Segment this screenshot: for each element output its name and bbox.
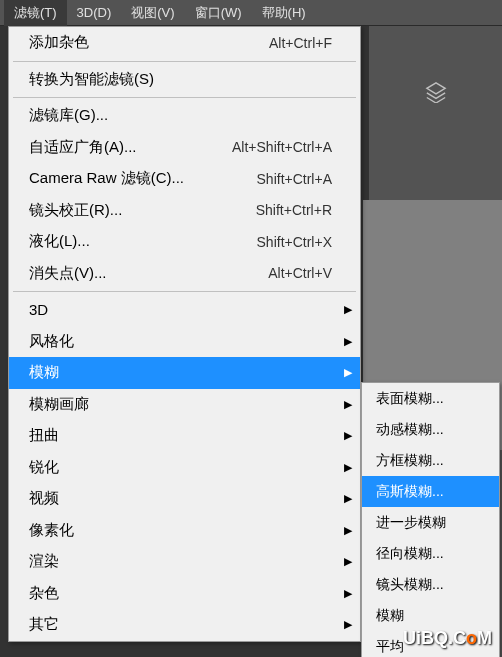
submenu-arrow-icon: ▶: [344, 618, 352, 631]
submenu-item-label: 动感模糊...: [376, 421, 444, 439]
menu-item[interactable]: 模糊▶: [9, 357, 360, 389]
menu-item-shortcut: Shift+Ctrl+R: [256, 202, 332, 218]
menu-item-label: 风格化: [29, 332, 74, 351]
submenu-item-label: 模糊: [376, 607, 404, 625]
svg-marker-0: [427, 83, 445, 94]
menu-item-label: 扭曲: [29, 426, 59, 445]
submenu-arrow-icon: ▶: [344, 492, 352, 505]
menu-item-label: 消失点(V)...: [29, 264, 107, 283]
menu-item[interactable]: 转换为智能滤镜(S): [9, 64, 360, 96]
menubar-item[interactable]: 视图(V): [121, 0, 184, 26]
submenu-item[interactable]: 进一步模糊: [362, 507, 499, 538]
menu-item[interactable]: 像素化▶: [9, 515, 360, 547]
menu-item[interactable]: Camera Raw 滤镜(C)...Shift+Ctrl+A: [9, 163, 360, 195]
menu-item-label: 镜头校正(R)...: [29, 201, 122, 220]
submenu-item-label: 方框模糊...: [376, 452, 444, 470]
menu-item[interactable]: 扭曲▶: [9, 420, 360, 452]
menu-item-label: 渲染: [29, 552, 59, 571]
submenu-arrow-icon: ▶: [344, 587, 352, 600]
submenu-item[interactable]: 镜头模糊...: [362, 569, 499, 600]
menu-item[interactable]: 液化(L)...Shift+Ctrl+X: [9, 226, 360, 258]
menu-item-label: Camera Raw 滤镜(C)...: [29, 169, 184, 188]
submenu-arrow-icon: ▶: [344, 335, 352, 348]
menu-item-label: 自适应广角(A)...: [29, 138, 137, 157]
submenu-arrow-icon: ▶: [344, 366, 352, 379]
submenu-item[interactable]: 高斯模糊...: [362, 476, 499, 507]
submenu-item[interactable]: 径向模糊...: [362, 538, 499, 569]
menu-item-label: 添加杂色: [29, 33, 89, 52]
menu-item[interactable]: 其它▶: [9, 609, 360, 641]
layers-icon[interactable]: [425, 81, 447, 107]
menu-item-shortcut: Alt+Shift+Ctrl+A: [232, 139, 332, 155]
menu-item-label: 锐化: [29, 458, 59, 477]
submenu-item[interactable]: 动感模糊...: [362, 414, 499, 445]
menu-item[interactable]: 风格化▶: [9, 326, 360, 358]
menu-separator: [13, 291, 356, 292]
watermark: UiBQ.CoM: [403, 628, 492, 649]
menu-item[interactable]: 3D▶: [9, 294, 360, 326]
menu-item[interactable]: 模糊画廊▶: [9, 389, 360, 421]
menu-separator: [13, 61, 356, 62]
menu-item-label: 其它: [29, 615, 59, 634]
menu-item[interactable]: 添加杂色Alt+Ctrl+F: [9, 27, 360, 59]
menu-item[interactable]: 渲染▶: [9, 546, 360, 578]
menu-item-shortcut: Shift+Ctrl+X: [257, 234, 332, 250]
filter-menu-dropdown: 添加杂色Alt+Ctrl+F转换为智能滤镜(S)滤镜库(G)...自适应广角(A…: [8, 26, 361, 642]
menu-item-label: 3D: [29, 301, 48, 318]
menu-item[interactable]: 镜头校正(R)...Shift+Ctrl+R: [9, 195, 360, 227]
menubar-item[interactable]: 窗口(W): [185, 0, 252, 26]
menu-item[interactable]: 滤镜库(G)...: [9, 100, 360, 132]
submenu-arrow-icon: ▶: [344, 429, 352, 442]
submenu-item-label: 镜头模糊...: [376, 576, 444, 594]
submenu-arrow-icon: ▶: [344, 303, 352, 316]
menubar-item[interactable]: 3D(D): [67, 1, 122, 24]
submenu-item-label: 高斯模糊...: [376, 483, 444, 501]
submenu-arrow-icon: ▶: [344, 524, 352, 537]
blur-submenu: 表面模糊...动感模糊...方框模糊...高斯模糊...进一步模糊径向模糊...…: [361, 382, 500, 657]
menu-item-label: 液化(L)...: [29, 232, 90, 251]
submenu-item[interactable]: 方框模糊...: [362, 445, 499, 476]
menu-item-shortcut: Alt+Ctrl+V: [268, 265, 332, 281]
menu-item-label: 模糊: [29, 363, 59, 382]
menu-item-shortcut: Shift+Ctrl+A: [257, 171, 332, 187]
submenu-item[interactable]: 模糊: [362, 600, 499, 631]
menu-item-shortcut: Alt+Ctrl+F: [269, 35, 332, 51]
menu-item[interactable]: 自适应广角(A)...Alt+Shift+Ctrl+A: [9, 132, 360, 164]
menubar-item[interactable]: 帮助(H): [252, 0, 316, 26]
menu-separator: [13, 97, 356, 98]
submenu-item-label: 径向模糊...: [376, 545, 444, 563]
menu-item-label: 转换为智能滤镜(S): [29, 70, 154, 89]
menubar: 滤镜(T)3D(D)视图(V)窗口(W)帮助(H): [0, 0, 502, 26]
menu-item-label: 滤镜库(G)...: [29, 106, 108, 125]
submenu-arrow-icon: ▶: [344, 398, 352, 411]
menu-item-label: 像素化: [29, 521, 74, 540]
menu-item[interactable]: 消失点(V)...Alt+Ctrl+V: [9, 258, 360, 290]
menu-item[interactable]: 杂色▶: [9, 578, 360, 610]
submenu-item-label: 平均: [376, 638, 404, 656]
menu-item-label: 视频: [29, 489, 59, 508]
submenu-arrow-icon: ▶: [344, 461, 352, 474]
menu-item-label: 模糊画廊: [29, 395, 89, 414]
submenu-item-label: 表面模糊...: [376, 390, 444, 408]
submenu-item[interactable]: 表面模糊...: [362, 383, 499, 414]
menu-item[interactable]: 视频▶: [9, 483, 360, 515]
menu-item[interactable]: 锐化▶: [9, 452, 360, 484]
submenu-item-label: 进一步模糊: [376, 514, 446, 532]
menu-item-label: 杂色: [29, 584, 59, 603]
submenu-arrow-icon: ▶: [344, 555, 352, 568]
menubar-item[interactable]: 滤镜(T): [4, 0, 67, 26]
